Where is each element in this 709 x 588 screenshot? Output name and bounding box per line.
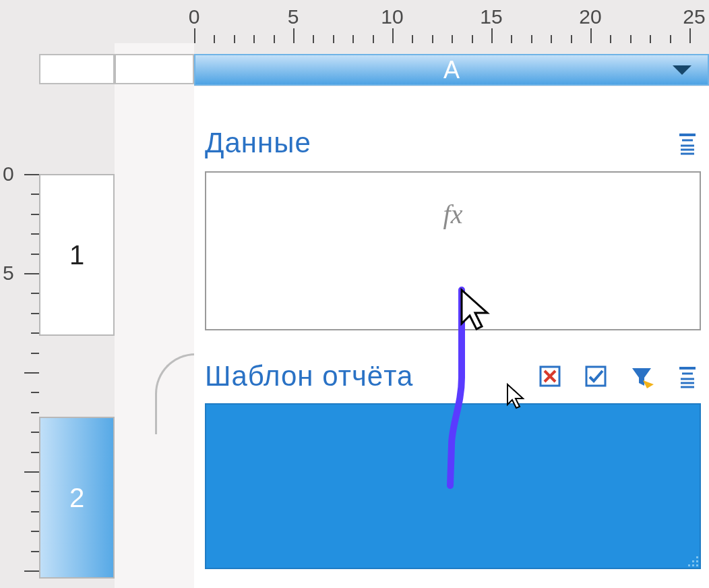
h-ruler-label: 0 bbox=[189, 5, 200, 28]
resize-handle-icon[interactable] bbox=[686, 554, 700, 568]
h-ruler-label: 15 bbox=[480, 5, 502, 28]
formula-placeholder: fx bbox=[443, 198, 463, 230]
bracket-trace bbox=[155, 353, 195, 434]
column-dropdown-icon[interactable] bbox=[673, 65, 691, 75]
svg-marker-10 bbox=[643, 380, 654, 388]
stub-column bbox=[115, 43, 194, 588]
svg-rect-8 bbox=[586, 367, 605, 386]
data-section-title: Данные bbox=[205, 127, 311, 159]
h-ruler-label: 20 bbox=[579, 5, 601, 28]
stub-top-cell[interactable] bbox=[115, 54, 194, 84]
filter-icon[interactable] bbox=[628, 363, 655, 390]
row-header-1[interactable]: 1 bbox=[39, 174, 115, 336]
corner-cell[interactable] bbox=[39, 54, 115, 84]
horizontal-ruler: 0 5 10 15 20 25 bbox=[0, 0, 709, 43]
template-section-header: Шаблон отчёта bbox=[205, 360, 701, 392]
h-ruler-label: 5 bbox=[288, 5, 299, 28]
vertical-ruler: 0 5 bbox=[0, 0, 39, 588]
h-ruler-label: 25 bbox=[683, 5, 705, 28]
v-ruler-label: 0 bbox=[3, 163, 14, 185]
data-formula-box[interactable]: fx bbox=[205, 171, 701, 330]
h-ruler-ticks bbox=[194, 28, 709, 43]
check-icon[interactable] bbox=[582, 363, 609, 390]
row-header-2[interactable]: 2 bbox=[39, 417, 115, 579]
column-header-label: A bbox=[443, 56, 460, 84]
column-header-a[interactable]: A bbox=[194, 54, 709, 86]
template-box[interactable] bbox=[205, 403, 701, 569]
data-section-header: Данные bbox=[205, 127, 701, 159]
row-header-label: 1 bbox=[69, 240, 84, 270]
v-ruler-ticks bbox=[24, 174, 39, 588]
template-section-title: Шаблон отчёта bbox=[205, 360, 413, 392]
row-header-label: 2 bbox=[69, 483, 84, 513]
h-ruler-label: 10 bbox=[381, 5, 403, 28]
delete-icon[interactable] bbox=[536, 363, 563, 390]
v-ruler-label: 5 bbox=[3, 262, 14, 285]
main-panel: Данные fx Шаблон отчёта bbox=[194, 86, 709, 588]
expand-icon[interactable] bbox=[674, 129, 701, 156]
expand-icon[interactable] bbox=[674, 363, 701, 390]
